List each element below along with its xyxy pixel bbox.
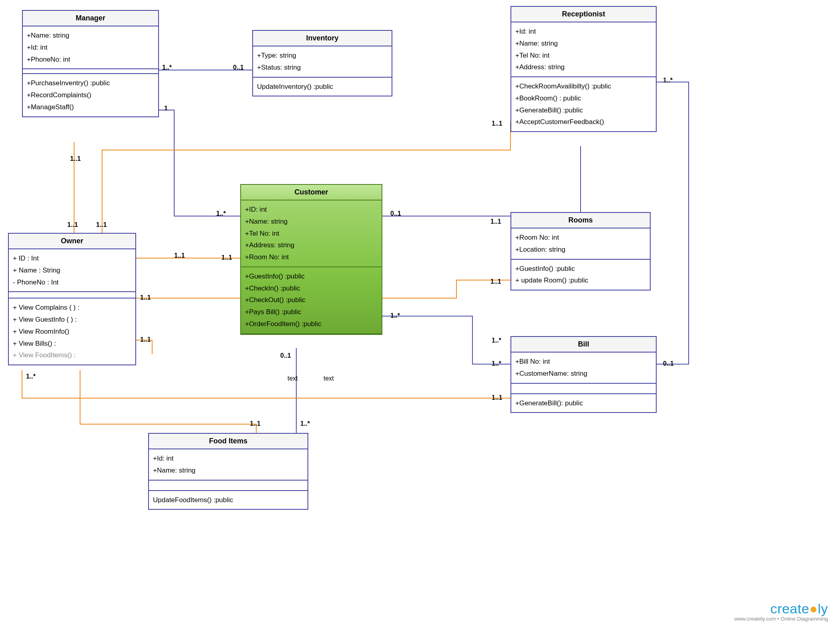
class-owner[interactable]: Owner + ID : Int + Name : String - Phone…: [8, 233, 136, 365]
multiplicity-label: 1..*: [663, 77, 673, 84]
class-receptionist[interactable]: Receptionist +Id: int +Name: string +Tel…: [510, 6, 657, 132]
multiplicity-label: 1..*: [26, 373, 36, 380]
multiplicity-label: 1..*: [492, 337, 501, 344]
class-operations: +PurchaseInventry() :public +RecordCompl…: [23, 73, 158, 116]
multiplicity-label: 1..1: [221, 254, 232, 261]
class-attributes: +ID: int +Name: string +Tel No: int +Add…: [241, 200, 382, 267]
class-title: Manager: [23, 11, 158, 26]
multiplicity-label: 1..1: [140, 294, 151, 301]
edge-label: text: [324, 375, 334, 382]
class-operations: +GenerateBill(): public: [511, 393, 656, 413]
class-operations: UpdateInventory() :public: [253, 78, 392, 96]
multiplicity-label: 1: [164, 105, 168, 112]
class-attributes: +Room No: int +Location: string: [511, 228, 650, 260]
multiplicity-label: 1..*: [162, 64, 172, 71]
class-title: Customer: [241, 185, 382, 200]
class-food-items[interactable]: Food Items +Id: int +Name: string Update…: [148, 433, 308, 510]
multiplicity-label: 1..1: [492, 120, 502, 127]
class-attributes: +Bill No: int +CustomerName: string: [511, 353, 656, 384]
multiplicity-label: 1..1: [70, 155, 81, 162]
multiplicity-label: 1..1: [250, 420, 261, 427]
class-attributes: +Id: int +Name: string: [149, 449, 307, 481]
multiplicity-label: 1..1: [67, 221, 78, 228]
multiplicity-label: 0..1: [663, 360, 674, 367]
class-manager[interactable]: Manager +Name: string +Id: int +PhoneNo:…: [22, 10, 159, 117]
multiplicity-label: 1..*: [216, 210, 226, 217]
multiplicity-label: 1..*: [300, 420, 310, 427]
class-title: Rooms: [511, 213, 650, 228]
class-title: Receptionist: [511, 7, 656, 22]
multiplicity-label: 1..*: [390, 312, 400, 319]
multiplicity-label: 1..1: [174, 252, 185, 259]
creately-tagline: www.creately.com • Online Diagramming: [734, 616, 828, 622]
diagram-canvas: Manager +Name: string +Id: int +PhoneNo:…: [0, 0, 840, 629]
multiplicity-label: 1..1: [492, 394, 502, 401]
multiplicity-label: 1..1: [140, 336, 151, 343]
class-customer[interactable]: Customer +ID: int +Name: string +Tel No:…: [240, 184, 382, 335]
class-operations: +GuestInfo() :public + update Room() :pu…: [511, 260, 650, 290]
class-title: Inventory: [253, 31, 392, 46]
multiplicity-label: 1..*: [492, 360, 501, 367]
edge-label: text: [287, 375, 298, 382]
multiplicity-label: 1..1: [490, 218, 501, 225]
class-operations: +GuestInfo() :public +CheckIn() :public …: [241, 267, 382, 334]
class-attributes: +Name: string +Id: int +PhoneNo: int: [23, 26, 158, 69]
class-title: Food Items: [149, 434, 307, 449]
class-attributes: + ID : Int + Name : String - PhoneNo : I…: [9, 249, 135, 292]
class-operations: +CheckRoomAvailibilty() :public +BookRoo…: [511, 77, 656, 131]
class-attributes: +Type: string +Status: string: [253, 46, 392, 78]
class-title: Bill: [511, 337, 656, 353]
class-attributes: +Id: int +Name: string +Tel No: int +Add…: [511, 22, 656, 77]
multiplicity-label: 1..1: [96, 221, 107, 228]
multiplicity-label: 0..1: [390, 210, 401, 217]
multiplicity-label: 0..1: [233, 64, 244, 71]
multiplicity-label: 0..1: [280, 352, 291, 359]
class-bill[interactable]: Bill +Bill No: int +CustomerName: string…: [510, 336, 657, 413]
class-operations: + View Complains ( ) : + View GuestInfo …: [9, 298, 135, 365]
multiplicity-label: 1..1: [490, 278, 501, 285]
class-title: Owner: [9, 234, 135, 249]
creately-footer: create●ly www.creately.com • Online Diag…: [734, 601, 828, 622]
class-inventory[interactable]: Inventory +Type: string +Status: string …: [252, 30, 392, 96]
class-rooms[interactable]: Rooms +Room No: int +Location: string +G…: [510, 212, 651, 290]
class-operations: UpdateFoodItems() :public: [149, 490, 307, 509]
creately-logo: create●ly: [734, 601, 828, 617]
